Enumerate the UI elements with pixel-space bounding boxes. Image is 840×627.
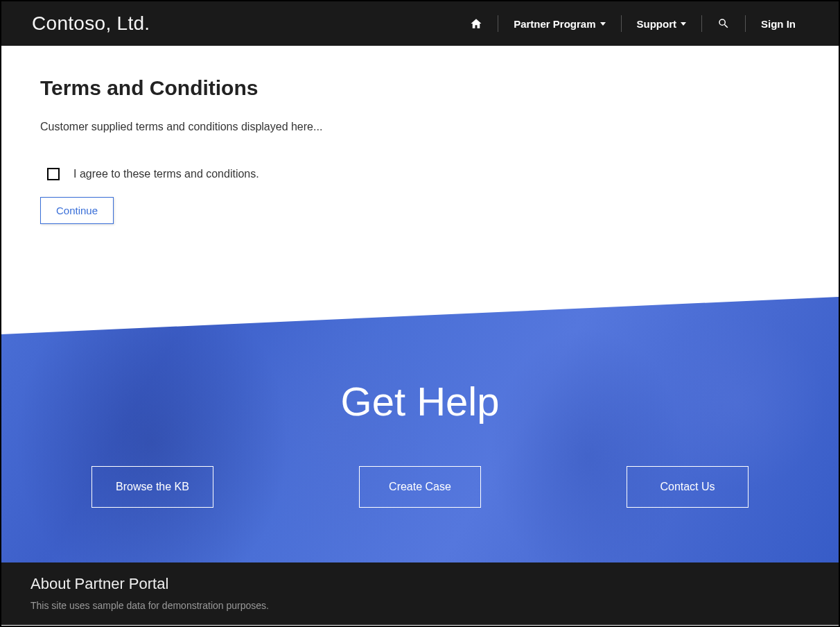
search-icon[interactable] bbox=[701, 15, 745, 32]
nav-support[interactable]: Support bbox=[621, 15, 702, 32]
brand-title[interactable]: Contoso, Ltd. bbox=[32, 12, 150, 35]
help-content: Get Help Browse the KB Create Case Conta… bbox=[1, 295, 839, 562]
contact-us-button[interactable]: Contact Us bbox=[627, 466, 749, 508]
agree-checkbox[interactable] bbox=[47, 168, 60, 180]
nav-partner-program[interactable]: Partner Program bbox=[498, 15, 620, 32]
chevron-down-icon bbox=[681, 22, 686, 26]
terms-text: Customer supplied terms and conditions d… bbox=[40, 121, 800, 133]
main-content: Terms and Conditions Customer supplied t… bbox=[1, 46, 839, 295]
nav-partner-program-label: Partner Program bbox=[514, 18, 595, 30]
nav-sign-in[interactable]: Sign In bbox=[745, 15, 811, 32]
navbar-right: Partner Program Support Sign In bbox=[455, 15, 811, 32]
agree-checkbox-row: I agree to these terms and conditions. bbox=[47, 168, 800, 180]
home-icon[interactable] bbox=[455, 15, 498, 32]
nav-support-label: Support bbox=[637, 18, 677, 30]
footer-title: About Partner Portal bbox=[30, 575, 810, 593]
page-title: Terms and Conditions bbox=[40, 76, 800, 100]
agree-checkbox-label: I agree to these terms and conditions. bbox=[73, 168, 259, 180]
help-title: Get Help bbox=[341, 378, 500, 424]
help-buttons: Browse the KB Create Case Contact Us bbox=[1, 466, 839, 508]
continue-button[interactable]: Continue bbox=[40, 197, 114, 224]
browse-kb-button[interactable]: Browse the KB bbox=[91, 466, 213, 508]
footer: About Partner Portal This site uses samp… bbox=[1, 562, 839, 625]
help-section: Get Help Browse the KB Create Case Conta… bbox=[1, 295, 839, 562]
navbar: Contoso, Ltd. Partner Program Support Si… bbox=[1, 1, 839, 46]
chevron-down-icon bbox=[600, 22, 606, 26]
footer-text: This site uses sample data for demonstra… bbox=[30, 600, 810, 611]
create-case-button[interactable]: Create Case bbox=[359, 466, 481, 508]
